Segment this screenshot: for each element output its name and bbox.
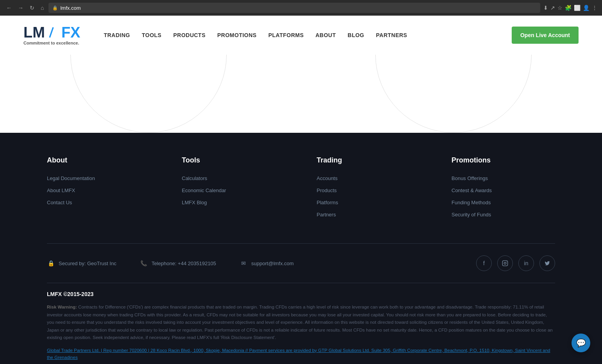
nav-partners[interactable]: PARTNERS — [376, 32, 407, 38]
footer-security-badge: 🔒 Secured by: GeoTrust Inc — [47, 259, 116, 267]
nav-products[interactable]: PRODUCTS — [173, 32, 206, 38]
chat-widget[interactable]: 💬 — [572, 334, 590, 352]
back-button[interactable]: ← — [5, 3, 13, 12]
browser-actions: ⬇ ↗ ☆ 🧩 ⬜ 👤 ⋮ — [543, 5, 597, 11]
email-icon: ✉ — [240, 259, 247, 267]
footer-link-contact[interactable]: Contact Us — [47, 200, 150, 205]
footer-col-promotions: Promotions Bonus Offerings Contest & Awa… — [452, 156, 555, 224]
footer: About Legal Documentation About LMFX Con… — [0, 133, 602, 364]
social-icons: f in — [476, 255, 555, 271]
footer-tools-title: Tools — [182, 156, 285, 164]
footer-link-about-lmfx[interactable]: About LMFX — [47, 187, 150, 193]
footer-company-block: Global Trade Partners Ltd. | Reg number … — [47, 346, 555, 360]
risk-warning-label: Risk Warning: — [47, 305, 77, 309]
footer-contact-bar: 🔒 Secured by: GeoTrust Inc 📞 Telephone: … — [47, 243, 555, 271]
footer-link-lmfx-blog[interactable]: LMFX Blog — [182, 200, 285, 205]
footer-link-contest[interactable]: Contest & Awards — [452, 187, 555, 193]
risk-warning-text: Contracts for Difference ('CFDs') are co… — [47, 305, 553, 340]
twitter-icon[interactable] — [539, 255, 555, 271]
linkedin-icon[interactable]: in — [518, 255, 534, 271]
footer-col-about: About Legal Documentation About LMFX Con… — [47, 156, 150, 224]
logo-fx: FX — [61, 25, 81, 40]
footer-security-text: Secured by: GeoTrust Inc — [59, 261, 116, 266]
footer-contact-row: 🔒 Secured by: GeoTrust Inc 📞 Telephone: … — [47, 255, 555, 271]
logo-slash — [46, 25, 61, 40]
top-section: LM FX Commitment to excellence. TRADING … — [0, 16, 602, 133]
instagram-icon[interactable] — [497, 255, 513, 271]
footer-link-products[interactable]: Products — [317, 187, 420, 193]
open-live-account-button[interactable]: Open Live Account — [512, 27, 579, 44]
footer-risk-warning: Risk Warning: Contracts for Difference (… — [47, 303, 555, 342]
nav-about[interactable]: ABOUT — [315, 32, 336, 38]
nav-promotions[interactable]: PROMOTIONS — [217, 32, 257, 38]
home-button[interactable]: ⌂ — [39, 3, 45, 12]
nav-links: TRADING TOOLS PRODUCTS PROMOTIONS PLATFO… — [104, 32, 512, 38]
footer-link-legal[interactable]: Legal Documentation — [47, 175, 150, 181]
footer-email-text: support@lmfx.com — [251, 261, 294, 266]
footer-link-platforms[interactable]: Platforms — [317, 200, 420, 205]
nav-platforms[interactable]: PLATFORMS — [268, 32, 304, 38]
window-icon[interactable]: ⬜ — [574, 5, 580, 11]
address-bar[interactable]: 🔒 lmfx.com — [48, 3, 540, 13]
footer-email: ✉ support@lmfx.com — [240, 259, 294, 267]
nav-blog[interactable]: BLOG — [348, 32, 364, 38]
footer-telephone: 📞 Telephone: +44 2035192105 — [140, 259, 216, 267]
phone-icon: 📞 — [140, 259, 148, 267]
footer-about-title: About — [47, 156, 150, 164]
logo-lm: LM — [23, 25, 45, 40]
svg-line-0 — [50, 27, 53, 37]
nav-trading[interactable]: TRADING — [104, 32, 130, 38]
url-text: lmfx.com — [60, 5, 81, 11]
browser-chrome: ← → ↻ ⌂ 🔒 lmfx.com ⬇ ↗ ☆ 🧩 ⬜ 👤 ⋮ — [0, 0, 602, 16]
footer-company-link[interactable]: Global Trade Partners Ltd. | Reg number … — [47, 348, 550, 360]
chat-icon: 💬 — [576, 338, 586, 348]
logo[interactable]: LM FX Commitment to excellence. — [23, 25, 80, 45]
menu-icon[interactable]: ⋮ — [592, 5, 597, 11]
footer-promotions-title: Promotions — [452, 156, 555, 164]
forward-button[interactable]: → — [16, 3, 25, 12]
footer-link-calculators[interactable]: Calculators — [182, 175, 285, 181]
footer-telephone-text: Telephone: +44 2035192105 — [152, 261, 216, 266]
refresh-button[interactable]: ↻ — [28, 3, 36, 12]
bookmark-icon[interactable]: ☆ — [557, 5, 563, 11]
footer-link-funding[interactable]: Funding Methods — [452, 200, 555, 205]
share-icon[interactable]: ↗ — [550, 5, 555, 11]
footer-trading-title: Trading — [317, 156, 420, 164]
shield-icon: 🔒 — [47, 259, 55, 267]
extensions-icon[interactable]: 🧩 — [565, 5, 572, 11]
logo-tagline: Commitment to excellence. — [23, 41, 80, 45]
footer-link-economic-calendar[interactable]: Economic Calendar — [182, 187, 285, 193]
svg-point-3 — [506, 262, 507, 262]
footer-col-tools: Tools Calculators Economic Calendar LMFX… — [182, 156, 285, 224]
svg-point-2 — [504, 262, 506, 264]
footer-columns: About Legal Documentation About LMFX Con… — [47, 156, 555, 224]
footer-link-bonus[interactable]: Bonus Offerings — [452, 175, 555, 181]
svg-rect-1 — [502, 261, 507, 266]
download-icon[interactable]: ⬇ — [543, 5, 548, 11]
profile-icon[interactable]: 👤 — [583, 5, 589, 11]
footer-col-trading: Trading Accounts Products Platforms Part… — [317, 156, 420, 224]
navbar: LM FX Commitment to excellence. TRADING … — [0, 16, 602, 55]
footer-divider — [47, 283, 555, 283]
facebook-icon[interactable]: f — [476, 255, 492, 271]
footer-copyright: LMFX ©2015-2023 — [47, 291, 555, 297]
footer-link-accounts[interactable]: Accounts — [317, 175, 420, 181]
lock-icon: 🔒 — [52, 5, 58, 11]
footer-link-partners[interactable]: Partners — [317, 212, 420, 218]
footer-link-security[interactable]: Security of Funds — [452, 212, 555, 218]
nav-tools[interactable]: TOOLS — [142, 32, 161, 38]
